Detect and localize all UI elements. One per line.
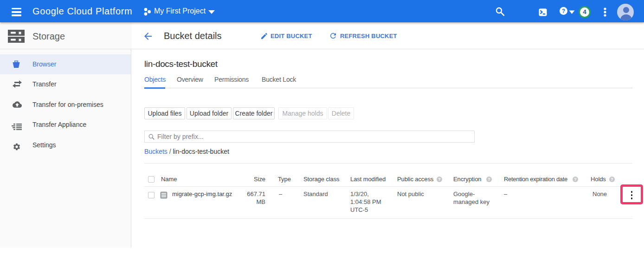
svg-text:?: ? — [562, 8, 565, 14]
